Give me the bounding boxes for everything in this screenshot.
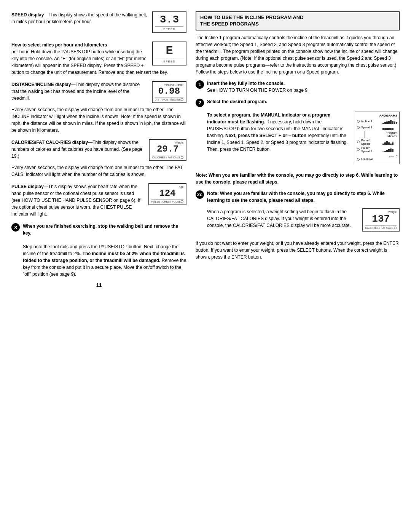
step2-badge: 2: [196, 99, 204, 107]
right-intro: The Incline 1 program automatically cont…: [196, 34, 400, 75]
prog-bars-speed1: [382, 125, 393, 130]
prog-row-pulse-speed3: Pulse/Speed 3: [357, 146, 397, 153]
bar: [384, 122, 386, 124]
step1-content: Insert the key fully into the console. S…: [207, 80, 400, 94]
step3-label-text: CALORIES / FAT CALS.: [365, 227, 394, 229]
distance-incline-dot: [181, 98, 183, 101]
bar: [390, 144, 392, 145]
step3-details-section: Weight 137 CALORIES / FAT CALS. When a p…: [207, 208, 400, 235]
step8-bold: When you are finished exercising, stop t…: [23, 224, 178, 236]
bar: [392, 121, 393, 124]
calories-display-value: 29.7: [152, 144, 183, 154]
calories-title: CALORIES/FAT CALO-RIES display: [11, 140, 88, 145]
step3-badge: 2c: [196, 190, 204, 199]
step3-badge-number: 2c: [197, 192, 202, 197]
bar: [382, 128, 384, 130]
right-header-line1: HOW TO USE THE INCLINE PROGRAM AND: [200, 14, 304, 20]
distance-incline-label: DISTANCE / INCLINE: [155, 97, 183, 101]
bar: [394, 121, 395, 124]
step8-section: 8 When you are finished exercising, stop…: [11, 223, 186, 278]
step1-badge: 1: [196, 80, 204, 89]
bar: [390, 120, 392, 124]
distance-incline-title: DISTANCE/INCLINE display: [11, 82, 71, 87]
bar: [396, 122, 397, 124]
speed-display-section: 3.3 SPEED SPEED display—This display sho…: [11, 11, 186, 36]
distance-incline-section: Personal Trainer 0.98 DISTANCE / INCLINE…: [11, 81, 186, 134]
weight-label-calories: Weight: [152, 141, 183, 144]
step2-bold: Select the desired program.: [207, 99, 267, 104]
select-miles-display-label: SPEED: [155, 59, 183, 63]
pulse-title: PULSE display: [11, 184, 44, 189]
pulse-display-box: Age 124 PULSE / CHEST PULSE: [148, 183, 186, 205]
step8-body: Step onto the foot rails and press the P…: [23, 243, 186, 278]
step3-display-value: 137: [365, 213, 397, 225]
bar: [390, 128, 392, 130]
prog-label-incline1: Incline 1: [361, 120, 381, 123]
prog-min-text: min. 5: [389, 155, 397, 158]
select-miles-display-box: E SPEED: [152, 42, 186, 66]
step3-bold: Note: When you are familiar with the con…: [207, 191, 385, 203]
step1-section: 1 Insert the key fully into the console.…: [196, 80, 400, 94]
calories-display-box: Weight 29.7 CALORIES / FAT CALS.: [149, 139, 186, 161]
prog-row-incline1: Incline 1: [357, 119, 397, 124]
step3-weight-label: Weight: [365, 211, 397, 213]
bar: [384, 151, 386, 152]
bar: [384, 128, 386, 130]
select-miles-display-value: E: [155, 44, 183, 58]
pulse-display-value: 124: [151, 188, 183, 198]
speed-display-title: SPEED display: [11, 12, 44, 18]
pulse-section: Age 124 PULSE / CHEST PULSE PULSE displa…: [11, 183, 186, 217]
note-text: Note: When you are familiar with the con…: [196, 172, 400, 185]
bar: [388, 142, 390, 145]
note-section: Note: When you are familiar with the con…: [196, 172, 400, 185]
program-indicator-label: ProgramIndicator: [365, 131, 397, 138]
step1-bold: Insert the key fully into the console.: [207, 81, 285, 86]
prog-bars-pulse-speed3: [382, 147, 393, 152]
right-header-title: HOW TO USE THE INCLINE PROGRAM AND THE S…: [200, 14, 395, 27]
pulse-display-label: PULSE / CHEST PULSE: [151, 199, 183, 203]
calories-display-dot: [181, 156, 183, 159]
bar: [392, 149, 393, 152]
bar: [392, 142, 393, 145]
step2-next-press: Next, press the SELECT + or – button: [225, 133, 306, 138]
pulse-label-text: PULSE / CHEST PULSE: [151, 200, 181, 203]
prog-label-pulse-speed: Pulse/Speed: [361, 139, 381, 145]
age-label: Age: [151, 185, 183, 188]
prog-dot-incline1: [357, 120, 360, 123]
right-header-line2: THE SPEED PROGRAMS: [200, 21, 259, 27]
bar: [382, 144, 384, 145]
prog-dot-pulse-speed3: [357, 148, 360, 151]
speed-display-value: 3.3: [155, 14, 183, 26]
left-column: 3.3 SPEED SPEED display—This display sho…: [11, 11, 186, 288]
prog-row-speed1: Speed 1: [357, 125, 397, 130]
step8-bold-warning: The incline must be at 2% when the tread…: [23, 251, 185, 263]
programs-indicator-box: PROGRAMS Incline 1: [355, 112, 400, 164]
calories-body: Every seven seconds, the display will ch…: [11, 164, 186, 178]
step8-content: When you are finished exercising, stop t…: [23, 223, 186, 278]
bar: [386, 141, 388, 145]
step2-badge-number: 2: [198, 100, 201, 105]
step2-section: 2 Select the desired program.: [196, 98, 400, 107]
bar: [386, 128, 388, 130]
bar: [388, 149, 390, 152]
step3-extra-section: If you do not want to enter your weight,…: [196, 240, 400, 260]
distance-incline-display-box: Personal Trainer 0.98 DISTANCE / INCLINE: [152, 81, 186, 103]
page-number: 11: [11, 282, 186, 288]
step3-display-label: CALORIES / FAT CALS.: [365, 225, 397, 229]
step2-content: Select the desired program.: [207, 98, 400, 105]
note-bold: Note: When you are familiar with the con…: [196, 173, 398, 185]
step3-weight-display: Weight 137 CALORIES / FAT CALS.: [362, 208, 400, 232]
bar: [382, 123, 384, 124]
step1-body: See HOW TO TURN ON THE POWER on page 9.: [207, 88, 309, 93]
prog-row-manual: MANUAL: [357, 158, 397, 161]
distance-label-text: DISTANCE / INCLINE: [155, 98, 181, 101]
speed-display-box: 3.3 SPEED: [152, 11, 186, 33]
right-column: HOW TO USE THE INCLINE PROGRAM AND THE S…: [196, 11, 400, 288]
bar: [390, 149, 392, 152]
prog-dot-manual: [357, 158, 360, 161]
prog-row-pulse-speed: Pulse/Speed: [357, 139, 397, 145]
bar: [392, 128, 393, 130]
step8-badge: 8: [11, 223, 20, 232]
prog-bars-pulse-speed: [382, 139, 393, 145]
step3-content: Note: When you are familiar with the con…: [207, 190, 400, 204]
